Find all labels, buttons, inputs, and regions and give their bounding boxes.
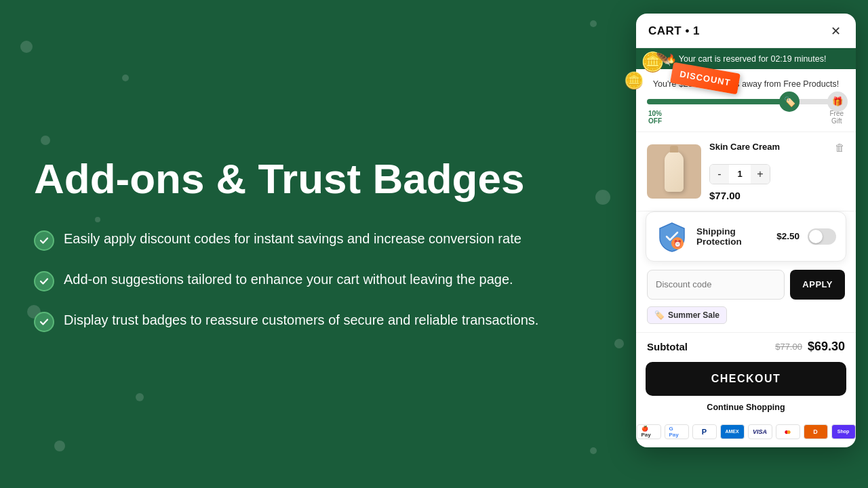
subtotal-label: Subtotal bbox=[647, 341, 688, 352]
check-icon-3 bbox=[34, 312, 54, 332]
feature-text-3: Display trust badges to reassure custome… bbox=[64, 310, 538, 330]
item-details: Skin Care Cream 🗑 - 1 + $77.00 bbox=[709, 142, 845, 201]
feature-text-1: Easily apply discount codes for instant … bbox=[64, 229, 521, 249]
cart-header: CART • 1 ✕ bbox=[636, 14, 856, 48]
google-pay-icon: G Pay bbox=[665, 424, 689, 439]
subtotal-row: Subtotal $77.00 $69.30 bbox=[636, 332, 856, 362]
feature-text-2: Add-on suggestions tailored to enhance y… bbox=[64, 270, 513, 289]
continue-shopping-link[interactable]: Continue Shopping bbox=[636, 403, 856, 412]
cart-title: CART • 1 bbox=[648, 24, 700, 38]
page-title: Add-ons & Trust Badges bbox=[34, 156, 590, 202]
shipping-protection-card: ⏰ Shipping Protection $2.50 bbox=[646, 211, 846, 262]
progress-icon-gift: 🎁 bbox=[827, 92, 848, 112]
apply-discount-button[interactable]: APPLY bbox=[790, 270, 845, 300]
shipping-protection-label: Shipping Protection bbox=[696, 226, 768, 247]
discount-tag-label: Summer Sale bbox=[668, 310, 719, 320]
amex-icon: AMEX bbox=[720, 424, 745, 439]
cream-tube-illustration bbox=[665, 151, 684, 192]
right-panel: CART • 1 ✕ 🔥 Your cart is reserved for 0… bbox=[624, 0, 868, 488]
progress-label-gift: FreeGift bbox=[829, 110, 844, 125]
progress-labels: 10%OFF FreeGift bbox=[647, 110, 845, 125]
payment-icons: 🍎Pay G Pay P AMEX VISA ●● D Shop bbox=[636, 419, 856, 447]
shipping-protection-info: Shipping Protection bbox=[696, 226, 768, 247]
check-icon-2 bbox=[34, 271, 54, 291]
progress-fill bbox=[647, 99, 789, 104]
item-image bbox=[647, 144, 701, 199]
shipping-protection-price: $2.50 bbox=[776, 231, 800, 241]
reserved-banner: 🔥 Your cart is reserved for 02:19 minute… bbox=[636, 48, 856, 69]
discount-code-input[interactable] bbox=[647, 270, 785, 300]
discount-input-row: APPLY bbox=[647, 270, 845, 300]
qty-value: 1 bbox=[729, 165, 751, 184]
subtotal-prices: $77.00 $69.30 bbox=[775, 340, 845, 354]
shipping-protection-icon: ⏰ bbox=[656, 220, 688, 253]
cart-item: Skin Care Cream 🗑 - 1 + $77.00 bbox=[636, 132, 856, 211]
feature-item-1: Easily apply discount codes for instant … bbox=[34, 229, 590, 251]
feature-item-2: Add-on suggestions tailored to enhance y… bbox=[34, 270, 590, 291]
paypal-icon: P bbox=[692, 424, 717, 439]
discount-tag[interactable]: 🏷️ Summer Sale bbox=[647, 306, 727, 324]
checkout-button[interactable]: CHECKOUT bbox=[646, 362, 846, 396]
close-button[interactable]: ✕ bbox=[827, 23, 844, 39]
item-price: $77.00 bbox=[709, 190, 741, 201]
feature-list: Easily apply discount codes for instant … bbox=[34, 229, 590, 332]
item-name: Skin Care Cream bbox=[709, 142, 780, 152]
mastercard-icon: ●● bbox=[776, 424, 800, 439]
progress-label-discount: 10%OFF bbox=[648, 110, 662, 125]
left-panel: Add-ons & Trust Badges Easily apply disc… bbox=[0, 0, 624, 488]
cart-widget: CART • 1 ✕ 🔥 Your cart is reserved for 0… bbox=[636, 14, 856, 447]
progress-icon-coupon: 🏷️ bbox=[779, 92, 800, 112]
qty-increase-button[interactable]: + bbox=[751, 165, 770, 184]
feature-item-3: Display trust badges to reassure custome… bbox=[34, 310, 590, 332]
original-price: $77.00 bbox=[775, 342, 802, 352]
apple-pay-icon: 🍎Pay bbox=[637, 424, 661, 439]
shopify-pay-icon: Shop bbox=[831, 424, 856, 439]
discover-icon: D bbox=[804, 424, 828, 439]
check-icon-1 bbox=[34, 230, 54, 251]
discount-section: APPLY 🏷️ Summer Sale bbox=[636, 262, 856, 332]
progress-bar: 🏷️ 🎁 bbox=[647, 99, 845, 104]
discount-tag-icon: 🏷️ bbox=[654, 310, 665, 320]
shipping-protection-toggle[interactable] bbox=[808, 228, 836, 245]
item-delete-button[interactable]: 🗑 bbox=[835, 142, 845, 153]
final-price: $69.30 bbox=[808, 340, 845, 354]
svg-text:⏰: ⏰ bbox=[673, 239, 682, 248]
qty-controls: - 1 + bbox=[709, 164, 770, 184]
progress-section: You're $23.00 products away from Free Pr… bbox=[636, 69, 856, 132]
visa-icon: VISA bbox=[748, 424, 772, 439]
qty-decrease-button[interactable]: - bbox=[710, 165, 729, 184]
